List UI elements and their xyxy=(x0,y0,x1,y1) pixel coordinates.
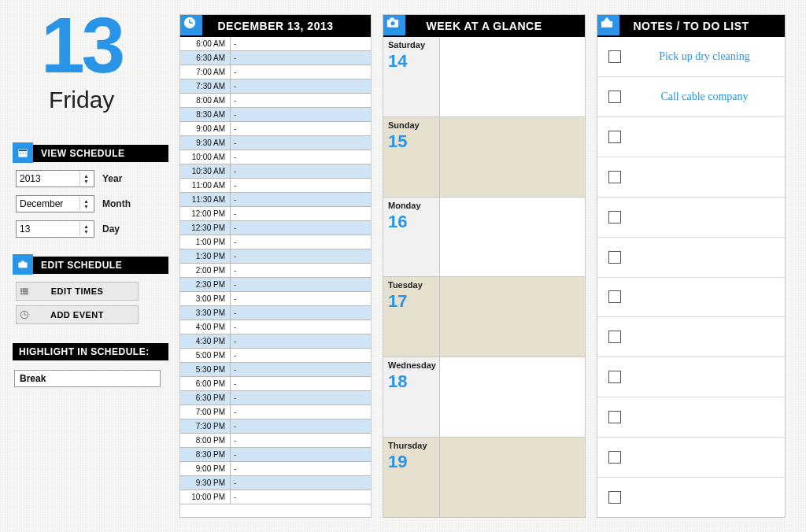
slot-value[interactable]: - xyxy=(231,377,371,390)
time-slot[interactable]: 12:30 PM- xyxy=(180,221,371,235)
week-day-note[interactable] xyxy=(440,198,585,277)
note-checkbox[interactable] xyxy=(608,290,621,303)
week-day[interactable]: Monday16 xyxy=(383,198,585,278)
week-day[interactable]: Wednesday18 xyxy=(383,357,585,438)
time-slot[interactable]: 7:00 PM- xyxy=(180,405,371,419)
slot-value[interactable]: - xyxy=(231,448,371,461)
time-slot[interactable]: 3:00 PM- xyxy=(180,292,371,306)
note-checkbox[interactable] xyxy=(608,451,621,464)
time-slot[interactable]: 9:00 PM- xyxy=(180,462,371,476)
note-checkbox[interactable] xyxy=(608,411,621,423)
time-slot[interactable]: 6:30 AM- xyxy=(180,51,371,65)
slot-value[interactable]: - xyxy=(231,207,371,220)
note-checkbox[interactable] xyxy=(608,131,621,143)
week-day-note[interactable] xyxy=(440,357,585,437)
note-checkbox[interactable] xyxy=(608,171,621,183)
time-slot[interactable]: 9:00 AM- xyxy=(180,122,371,136)
slot-value[interactable]: - xyxy=(231,278,371,291)
note-checkbox[interactable] xyxy=(608,491,621,504)
time-slot[interactable]: 7:30 PM- xyxy=(180,419,371,434)
slot-value[interactable]: - xyxy=(231,306,371,320)
time-slot[interactable]: 10:30 AM- xyxy=(180,164,371,179)
time-slot[interactable]: 2:00 PM- xyxy=(180,264,371,278)
slot-value[interactable]: - xyxy=(231,434,371,447)
time-slot[interactable]: 4:00 PM- xyxy=(180,320,371,334)
time-slot[interactable]: 11:30 AM- xyxy=(180,193,371,207)
time-slot[interactable]: 6:00 AM- xyxy=(180,37,371,51)
time-slot[interactable]: 6:30 PM- xyxy=(180,391,371,405)
slot-value[interactable]: - xyxy=(231,264,371,277)
time-slot[interactable]: 8:30 PM- xyxy=(180,448,371,462)
slot-value[interactable]: - xyxy=(231,363,371,376)
time-slot[interactable]: 5:30 PM- xyxy=(180,363,371,377)
slot-value[interactable]: - xyxy=(231,405,371,419)
note-checkbox[interactable] xyxy=(608,91,621,103)
slot-value[interactable]: - xyxy=(231,249,371,263)
highlight-input[interactable] xyxy=(14,370,161,387)
slot-value[interactable]: - xyxy=(231,37,371,50)
slot-value[interactable]: - xyxy=(231,193,371,206)
time-slot[interactable]: 8:00 PM- xyxy=(180,434,371,448)
week-day-note[interactable] xyxy=(440,438,585,517)
time-slot[interactable]: 8:30 AM- xyxy=(180,108,371,122)
note-checkbox[interactable] xyxy=(608,211,621,224)
slot-value[interactable]: - xyxy=(231,462,371,475)
time-slot[interactable]: 1:00 PM- xyxy=(180,235,371,249)
time-slot[interactable]: 10:00 PM- xyxy=(180,490,371,504)
slot-value[interactable]: - xyxy=(231,108,371,121)
slot-value[interactable]: - xyxy=(231,94,371,107)
year-stepper[interactable]: ▲▼ xyxy=(79,172,91,186)
time-slot[interactable]: 12:00 PM- xyxy=(180,207,371,221)
slot-value[interactable]: - xyxy=(231,221,371,235)
week-day-note[interactable] xyxy=(440,37,585,116)
slot-value[interactable]: - xyxy=(231,136,371,150)
note-text[interactable]: Pick up dry cleaning xyxy=(632,50,777,62)
time-slot[interactable]: 3:30 PM- xyxy=(180,306,371,320)
week-day[interactable]: Tuesday17 xyxy=(383,277,585,357)
week-day-note[interactable] xyxy=(440,117,585,197)
note-text[interactable]: Call cable company xyxy=(632,91,777,102)
note-checkbox[interactable] xyxy=(608,331,621,343)
day-input[interactable]: 13 ▲▼ xyxy=(16,220,94,238)
day-stepper[interactable]: ▲▼ xyxy=(79,222,91,236)
time-slot[interactable]: 4:30 PM- xyxy=(180,334,371,349)
week-day[interactable]: Thursday19 xyxy=(383,438,585,517)
time-slot[interactable]: 5:00 PM- xyxy=(180,349,371,363)
slot-value[interactable]: - xyxy=(231,419,371,433)
edit-times-button[interactable]: EDIT TIMES xyxy=(16,282,139,301)
slot-value[interactable]: - xyxy=(231,51,371,65)
week-day[interactable]: Saturday14 xyxy=(383,37,585,117)
time-slot[interactable]: 2:30 PM- xyxy=(180,278,371,292)
time-slot[interactable]: 6:00 PM- xyxy=(180,377,371,391)
time-slot[interactable]: 1:30 PM- xyxy=(180,249,371,264)
slot-value[interactable]: - xyxy=(231,65,371,79)
week-day[interactable]: Sunday15 xyxy=(383,117,585,198)
slot-value[interactable]: - xyxy=(231,292,371,305)
slot-value[interactable]: - xyxy=(231,334,371,348)
year-input[interactable]: 2013 ▲▼ xyxy=(16,170,94,187)
slot-value[interactable]: - xyxy=(231,490,371,504)
slot-value[interactable]: - xyxy=(231,476,371,490)
slot-value[interactable]: - xyxy=(231,150,371,164)
month-stepper[interactable]: ▲▼ xyxy=(79,197,91,211)
slot-value[interactable]: - xyxy=(231,320,371,334)
slot-value[interactable]: - xyxy=(231,391,371,405)
time-slot[interactable]: 10:00 AM- xyxy=(180,150,371,164)
note-checkbox[interactable] xyxy=(608,50,621,63)
slot-value[interactable]: - xyxy=(231,164,371,178)
slot-value[interactable]: - xyxy=(231,179,371,192)
time-slot[interactable]: 11:00 AM- xyxy=(180,179,371,193)
time-slot[interactable]: 9:30 PM- xyxy=(180,476,371,490)
month-input[interactable]: December ▲▼ xyxy=(16,195,94,212)
slot-value[interactable]: - xyxy=(231,122,371,135)
week-day-note[interactable] xyxy=(440,277,585,357)
slot-value[interactable]: - xyxy=(231,79,371,93)
slot-value[interactable]: - xyxy=(231,349,371,362)
slot-value[interactable]: - xyxy=(231,235,371,249)
note-checkbox[interactable] xyxy=(608,251,621,264)
note-checkbox[interactable] xyxy=(608,371,621,383)
time-slot[interactable]: 9:30 AM- xyxy=(180,136,371,150)
time-slot[interactable]: 7:30 AM- xyxy=(180,79,371,94)
add-event-button[interactable]: ADD EVENT xyxy=(16,305,139,324)
time-slot[interactable]: 7:00 AM- xyxy=(180,65,371,79)
